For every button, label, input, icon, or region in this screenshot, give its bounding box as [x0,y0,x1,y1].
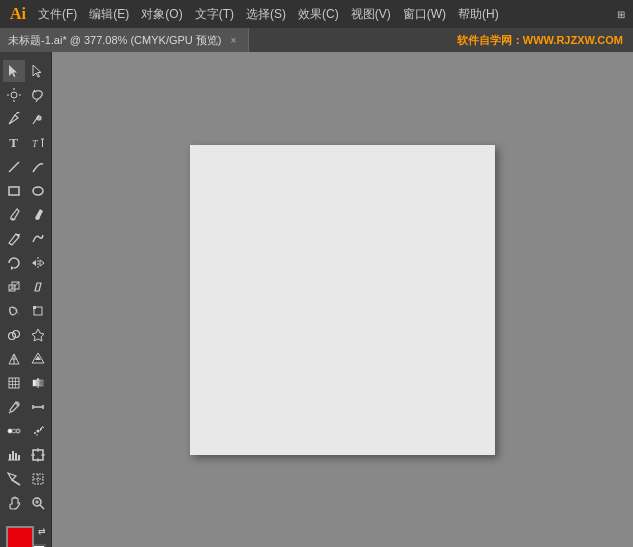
mesh-tool[interactable] [3,372,25,394]
pencil-tools-row [3,228,49,250]
svg-rect-40 [9,378,19,388]
svg-point-6 [11,92,17,98]
perspective-selection-tool[interactable] [27,348,49,370]
tab-close-button[interactable]: × [228,35,240,46]
shear-tool[interactable] [27,276,49,298]
brush-tools-row [3,204,49,226]
transform-tools-row [3,252,49,274]
perspective-grid-tool[interactable] [3,348,25,370]
free-transform-tool[interactable] [27,300,49,322]
grid-icon[interactable]: ⊞ [613,6,629,22]
slice-select-tool[interactable] [27,468,49,490]
perspective-tools-row [3,348,49,370]
software-watermark: 软件自学网：WWW.RJZXW.COM [457,33,623,48]
type-tool[interactable]: T [3,132,25,154]
touch-type-tool[interactable]: T [27,132,49,154]
document-tab[interactable]: 未标题-1.ai* @ 377.08% (CMYK/GPU 预览) × [0,28,249,52]
ellipse-tool[interactable] [27,180,49,202]
reflect-tool[interactable] [27,252,49,274]
menu-select[interactable]: 选择(S) [240,0,292,28]
menu-help[interactable]: 帮助(H) [452,0,505,28]
add-anchor-tool[interactable] [27,108,49,130]
foreground-color[interactable] [6,526,34,547]
eyedropper-tools-row [3,396,49,418]
slice-tools-row [3,468,49,490]
artboard-tool[interactable] [27,444,49,466]
arc-tool[interactable] [27,156,49,178]
color-boxes: ⬛ ⇄ [6,526,46,547]
pencil-tool[interactable] [3,228,25,250]
svg-line-16 [9,162,19,172]
mesh-tools-row [3,372,49,394]
svg-marker-22 [11,266,14,270]
svg-rect-63 [18,455,20,460]
hand-tool[interactable] [3,492,25,514]
column-graph-tool[interactable] [3,444,25,466]
direct-selection-tool[interactable] [27,60,49,82]
svg-point-19 [11,218,14,220]
svg-line-49 [9,412,10,413]
warp-tool[interactable] [3,300,25,322]
menu-object[interactable]: 对象(O) [135,0,188,28]
view-tools-row [3,492,49,514]
menu-type[interactable]: 文字(T) [189,0,240,28]
warp-tools-row [3,300,49,322]
shape-builder-tool[interactable] [3,324,25,346]
artboard [190,145,495,455]
svg-point-18 [33,187,43,195]
canvas-area[interactable] [52,52,633,547]
svg-marker-47 [36,378,39,380]
symbol-spray-tool[interactable] [27,420,49,442]
svg-rect-61 [12,451,14,460]
pen-tool[interactable] [3,108,25,130]
scale-tool[interactable] [3,276,25,298]
svg-point-56 [36,430,39,433]
line-tool[interactable] [3,156,25,178]
selection-tools-row [3,60,49,82]
menu-effect[interactable]: 效果(C) [292,0,345,28]
svg-marker-0 [9,65,17,77]
pen-tools-row [3,108,49,130]
zoom-tool[interactable] [27,492,49,514]
blob-brush-tool[interactable] [27,204,49,226]
live-paint-tool[interactable] [27,324,49,346]
menu-bar: 文件(F) 编辑(E) 对象(O) 文字(T) 选择(S) 效果(C) 视图(V… [32,0,613,28]
window-controls: ⊞ [613,6,629,22]
svg-rect-60 [9,454,11,460]
rect-tools-row [3,180,49,202]
lasso-tool[interactable] [27,84,49,106]
tab-label: 未标题-1.ai* @ 377.08% (CMYK/GPU 预览) [8,33,222,48]
gradient-tool[interactable] [27,372,49,394]
menu-edit[interactable]: 编辑(E) [83,0,135,28]
menu-window[interactable]: 窗口(W) [397,0,452,28]
svg-line-75 [40,505,44,509]
selection-tool[interactable] [3,60,25,82]
select-tools-row [3,84,49,106]
svg-marker-24 [32,260,36,266]
rectangle-tool[interactable] [3,180,25,202]
svg-point-53 [8,429,12,433]
blend-tool[interactable] [3,420,25,442]
smooth-tool[interactable] [27,228,49,250]
main-layout: T T [0,52,633,547]
magic-wand-tool[interactable] [3,84,25,106]
tab-bar: 未标题-1.ai* @ 377.08% (CMYK/GPU 预览) × 软件自学… [0,28,633,52]
swap-colors-icon[interactable]: ⇄ [38,526,46,536]
line-tools-row [3,156,49,178]
title-bar: Ai 文件(F) 编辑(E) 对象(O) 文字(T) 选择(S) 效果(C) 视… [0,0,633,28]
svg-line-70 [12,480,20,485]
svg-line-28 [9,282,19,291]
measure-tool[interactable] [27,396,49,418]
slice-tool[interactable] [3,468,25,490]
svg-rect-30 [33,306,36,309]
menu-view[interactable]: 视图(V) [345,0,397,28]
color-section: ⬛ ⇄ [4,526,48,547]
svg-text:T: T [32,138,39,149]
menu-file[interactable]: 文件(F) [32,0,83,28]
blend-tools-row [3,420,49,442]
eyedropper-tool[interactable] [3,396,25,418]
rotate-tool[interactable] [3,252,25,274]
toolbar: T T [0,52,52,547]
paintbrush-tool[interactable] [3,204,25,226]
scale-tools-row [3,276,49,298]
